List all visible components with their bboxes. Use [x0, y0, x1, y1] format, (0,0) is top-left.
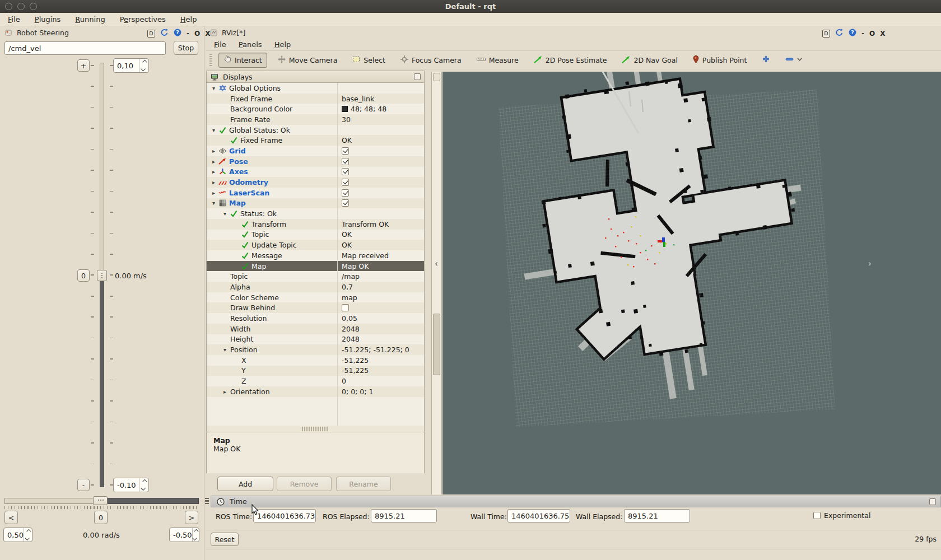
enabled-checkbox[interactable] — [342, 304, 349, 311]
tree-row[interactable]: Fixed FrameOK — [207, 135, 424, 146]
angular-slider-handle[interactable] — [93, 496, 108, 505]
tree-row[interactable]: ▸Axes — [207, 167, 424, 178]
collapse-arrow-icon[interactable]: ▾ — [221, 347, 229, 353]
dock-minimize-button[interactable]: - — [861, 30, 864, 37]
tree-row[interactable]: TopicOK — [207, 230, 424, 240]
property-value[interactable]: 0,05 — [342, 314, 357, 323]
experimental-checkbox[interactable] — [813, 512, 821, 519]
time-field-input[interactable]: 1460401636.73 — [253, 509, 316, 522]
property-value[interactable]: -51.225; -51.225; 0 — [342, 346, 409, 354]
dock-restore-button[interactable]: O — [194, 30, 200, 37]
property-value[interactable]: Map OK — [342, 262, 369, 270]
tree-row[interactable]: ▸Pose — [207, 156, 424, 167]
tree-row[interactable]: Y-51,225 — [207, 366, 424, 376]
dock-restore-button[interactable]: O — [869, 30, 875, 37]
panel-float-button[interactable] — [929, 498, 936, 505]
property-value[interactable]: OK — [342, 136, 352, 144]
tree-row[interactable]: ▾Global Status: Ok — [207, 125, 424, 136]
angular-slider-track[interactable] — [4, 498, 94, 504]
reload-icon[interactable] — [835, 29, 844, 38]
rviz-menu-help[interactable]: Help — [274, 40, 291, 49]
property-value[interactable]: map — [342, 293, 357, 302]
collapse-arrow-icon[interactable]: ▾ — [210, 85, 217, 91]
enabled-checkbox[interactable] — [342, 147, 349, 155]
property-value[interactable]: 0; 0; 0; 1 — [342, 388, 373, 396]
property-value[interactable]: 2048 — [342, 335, 360, 343]
expand-right-arrow[interactable]: › — [868, 259, 872, 269]
toolbar-minus-dropdown-icon[interactable] — [781, 53, 808, 67]
menu-file[interactable]: File — [8, 15, 20, 24]
tree-row[interactable]: Resolution0,05 — [207, 313, 424, 324]
tree-row[interactable]: ▸Orientation0; 0; 0; 1 — [207, 386, 424, 397]
tree-row[interactable]: Topic/map — [207, 271, 424, 282]
enabled-checkbox[interactable] — [342, 179, 349, 186]
expand-arrow-icon[interactable]: ▸ — [210, 190, 217, 196]
tree-row[interactable]: Frame Rate30 — [207, 114, 424, 125]
tree-row[interactable]: ▸Grid — [207, 146, 424, 156]
enabled-checkbox[interactable] — [342, 168, 349, 175]
linear-zero-button[interactable]: 0 — [77, 269, 90, 282]
linear-minus-button[interactable]: - — [77, 479, 90, 491]
tree-row[interactable]: Color Schememap — [207, 292, 424, 303]
expand-arrow-icon[interactable]: ▸ — [210, 179, 217, 185]
collapse-left-arrow[interactable]: ‹ — [435, 259, 438, 269]
toolbar-publish-point[interactable]: Publish Point — [688, 53, 752, 67]
property-value[interactable]: -51,225 — [342, 356, 369, 365]
menu-plugins[interactable]: Plugins — [35, 15, 61, 24]
tree-column-divider[interactable] — [337, 83, 338, 426]
stop-button[interactable]: Stop — [174, 41, 198, 55]
toolbar-measure[interactable]: Measure — [472, 54, 523, 67]
displays-scrollbar[interactable] — [431, 72, 442, 494]
tree-row[interactable]: ▾Global Options — [207, 83, 424, 94]
tree-row[interactable]: X-51,225 — [207, 355, 424, 366]
toolbar-interact[interactable]: Interact — [218, 53, 267, 68]
menu-perspectives[interactable]: Perspectives — [120, 15, 166, 24]
tree-row[interactable]: Z0 — [207, 376, 424, 386]
help-icon[interactable]: ? — [849, 29, 856, 38]
enabled-checkbox[interactable] — [342, 158, 349, 165]
property-value[interactable]: OK — [342, 241, 352, 249]
collapse-arrow-icon[interactable]: ▾ — [210, 200, 217, 206]
property-value[interactable]: -51,225 — [342, 366, 369, 375]
scrollbar-thumb[interactable] — [433, 314, 440, 375]
tree-row[interactable]: ▾Map — [207, 198, 424, 209]
angular-max-spinbox[interactable]: 0,50 — [3, 528, 32, 542]
tree-row[interactable]: MapMap OK — [207, 261, 424, 272]
time-field-input[interactable]: 8915.21 — [371, 509, 437, 522]
rviz-menu-file[interactable]: File — [214, 40, 226, 49]
linear-slider-track[interactable] — [100, 63, 104, 276]
angular-left-button[interactable]: < — [4, 511, 18, 524]
property-value[interactable]: base_link — [342, 95, 374, 103]
linear-slider-handle[interactable] — [97, 270, 107, 281]
enabled-checkbox[interactable] — [342, 189, 349, 197]
toolbar-focus-camera[interactable]: Focus Camera — [396, 53, 466, 67]
tree-row[interactable]: ▾Position-51.225; -51.225; 0 — [207, 344, 424, 355]
tree-row[interactable]: ▸Odometry — [207, 177, 424, 188]
property-value[interactable]: 2048 — [342, 325, 360, 333]
angular-zero-button[interactable]: 0 — [94, 511, 108, 524]
property-value[interactable]: 30 — [342, 115, 351, 124]
collapse-arrow-icon[interactable]: ▾ — [221, 211, 229, 217]
expand-arrow-icon[interactable]: ▸ — [210, 169, 217, 175]
enabled-checkbox[interactable] — [342, 199, 349, 207]
dock-detach-button[interactable]: D — [147, 30, 155, 38]
tree-row[interactable]: Background Color48; 48; 48 — [207, 104, 424, 114]
time-panel-handle[interactable] — [205, 498, 209, 505]
dock-close-button[interactable]: X — [880, 30, 885, 37]
menu-help[interactable]: Help — [180, 15, 197, 24]
dock-minimize-button[interactable]: - — [187, 30, 189, 37]
experimental-option[interactable]: Experimental — [813, 511, 870, 520]
tree-row[interactable]: Height2048 — [207, 334, 424, 345]
angular-min-spinbox[interactable]: -0,50 — [169, 528, 199, 542]
tree-row[interactable]: ▸LaserScan — [207, 188, 424, 198]
rviz-menu-panels[interactable]: Panels — [239, 40, 262, 49]
color-swatch[interactable] — [342, 106, 348, 112]
time-field-input[interactable]: 8915.21 — [624, 509, 690, 522]
tree-row[interactable]: Update TopicOK — [207, 240, 424, 250]
tree-row[interactable]: TransformTransform OK — [207, 219, 424, 230]
property-value[interactable]: OK — [342, 230, 352, 239]
render-view[interactable] — [442, 72, 941, 494]
angular-right-button[interactable]: > — [185, 511, 198, 524]
time-field-input[interactable]: 1460401636.75 — [507, 509, 570, 522]
add-button[interactable]: Add — [217, 477, 273, 491]
